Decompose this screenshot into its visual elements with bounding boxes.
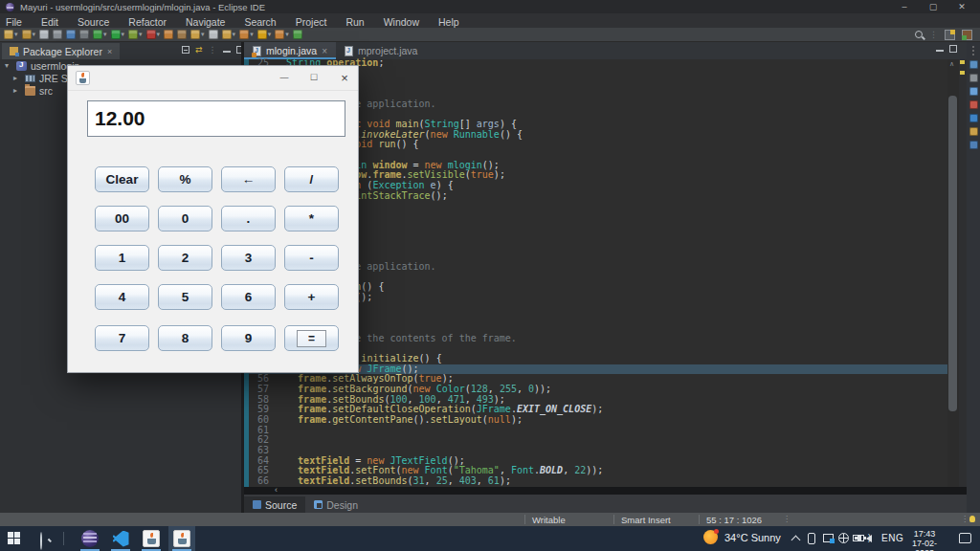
dropdown-caret-icon[interactable]: ▾ [33, 31, 36, 38]
calc-button-equals[interactable]: = [284, 325, 339, 351]
close-window-icon[interactable] [947, 2, 976, 11]
save-icon[interactable] [39, 30, 49, 39]
build-all-icon[interactable] [79, 30, 89, 39]
import-icon[interactable]: ▾ [222, 30, 236, 39]
occurrence-marker[interactable] [960, 71, 965, 75]
overview-ruler[interactable] [959, 59, 967, 487]
toolbar-overflow-icon[interactable]: ⋮ [929, 30, 938, 39]
dropdown-caret-icon[interactable]: ▾ [122, 31, 125, 38]
dropdown-caret-icon[interactable]: ▾ [268, 31, 272, 38]
calc-button-three[interactable]: 3 [221, 245, 276, 271]
menu-source[interactable]: Source [78, 16, 109, 28]
open-perspective-icon[interactable] [945, 30, 955, 40]
chevron-right-icon[interactable]: ▸ [13, 86, 21, 95]
scrollbar-thumb[interactable] [948, 96, 957, 411]
java-perspective-icon[interactable] [962, 30, 972, 40]
calc-button-minus[interactable]: - [284, 245, 339, 271]
vertical-scrollbar[interactable]: ∧ [947, 59, 959, 487]
taskbar-app-vscode[interactable] [107, 526, 134, 551]
language-indicator[interactable]: ENG [881, 533, 903, 543]
chevron-down-icon[interactable]: ▾ [5, 61, 12, 70]
calc-button-seven[interactable]: 7 [95, 325, 149, 351]
taskbar-app-java-app-2[interactable] [168, 526, 195, 551]
menu-project[interactable]: Project [296, 16, 327, 28]
calc-button-one[interactable]: 1 [95, 245, 149, 271]
export-icon[interactable]: ▾ [239, 30, 254, 39]
dropdown-caret-icon[interactable]: ▾ [139, 31, 143, 38]
new-wizard-icon[interactable]: ▾ [4, 30, 18, 39]
calc-button-two[interactable]: 2 [158, 245, 212, 271]
calc-button-decimal[interactable]: . [221, 206, 276, 231]
tab-source[interactable]: Source [244, 496, 305, 513]
dropdown-caret-icon[interactable]: ▾ [157, 31, 161, 38]
collapse-all-icon[interactable] [182, 46, 189, 54]
debug-icon[interactable]: ▾ [93, 30, 107, 39]
status-overflow-icon[interactable]: ⋮ [961, 515, 969, 523]
calc-button-percent[interactable]: % [158, 166, 212, 192]
calculator-titlebar[interactable] [68, 66, 358, 91]
notification-center-icon[interactable] [959, 533, 971, 543]
maximize-editor-icon[interactable] [949, 45, 957, 53]
new-java-class-icon[interactable] [164, 30, 173, 39]
clock[interactable]: 17:43 17-02-2023 [903, 529, 946, 551]
minimized-view-icon-1[interactable] [969, 60, 978, 69]
link-with-editor-icon[interactable]: ⇄ [195, 45, 203, 55]
calc-maximize-icon[interactable] [306, 71, 322, 82]
status-overflow-icon[interactable]: ⋮ [783, 515, 791, 523]
last-edit-location-icon[interactable] [293, 30, 302, 39]
close-view-icon[interactable]: × [107, 47, 112, 56]
calc-minimize-icon[interactable] [277, 71, 292, 82]
search-icon[interactable] [915, 31, 923, 38]
minimize-editor-icon[interactable] [936, 50, 944, 52]
horizontal-scrollbar[interactable] [244, 487, 967, 495]
print-icon[interactable] [66, 30, 76, 39]
save-all-icon[interactable] [53, 30, 62, 39]
dropdown-caret-icon[interactable]: ▾ [250, 31, 254, 38]
open-task-icon[interactable]: ▾ [190, 30, 205, 39]
menu-refactor[interactable]: Refactor [128, 16, 167, 28]
calc-button-divide[interactable]: / [284, 166, 339, 192]
calc-button-plus[interactable]: + [284, 284, 339, 310]
dropdown-caret-icon[interactable]: ▾ [103, 31, 107, 38]
start-button[interactable] [8, 532, 20, 544]
minimized-view-icon-5[interactable] [969, 114, 978, 122]
calc-button-eight[interactable]: 8 [158, 325, 212, 351]
menu-run[interactable]: Run [345, 16, 364, 28]
network-icon[interactable] [838, 533, 849, 543]
dropdown-caret-icon[interactable]: ▾ [201, 31, 205, 38]
menu-search[interactable]: Search [244, 16, 276, 28]
menu-window[interactable]: Window [384, 16, 419, 28]
menu-help[interactable]: Help [438, 16, 459, 28]
calc-button-six[interactable]: 6 [221, 284, 276, 310]
rail-handle-icon[interactable] [972, 46, 974, 48]
taskbar-app-eclipse[interactable] [77, 526, 103, 551]
calc-button-clear[interactable]: Clear [95, 166, 149, 192]
calc-button-five[interactable]: 5 [158, 284, 212, 310]
taskbar-app-java-app-1[interactable] [138, 526, 165, 551]
minimize-view-icon[interactable] [223, 51, 231, 53]
chevron-right-icon[interactable]: ▸ [13, 74, 21, 82]
minimized-view-icon-4[interactable] [969, 100, 978, 109]
volume-icon[interactable] [866, 535, 872, 542]
new-java-package-icon[interactable] [177, 30, 187, 39]
profile-icon[interactable]: ▾ [146, 30, 161, 39]
menu-file[interactable]: File [6, 16, 22, 28]
coverage-icon[interactable]: ▾ [128, 30, 143, 39]
run-icon[interactable]: ▾ [111, 30, 125, 39]
calculator-display[interactable]: 12.00 [87, 100, 345, 137]
forward-icon[interactable]: ▾ [275, 30, 289, 39]
weather-widget[interactable]: 34°C Sunny [703, 530, 781, 544]
menu-navigate[interactable]: Navigate [186, 16, 225, 28]
taskbar-search-icon[interactable] [40, 533, 42, 550]
close-tab-icon[interactable]: × [322, 46, 327, 56]
calc-button-zero[interactable]: 0 [158, 206, 212, 231]
calc-close-icon[interactable] [337, 71, 352, 85]
your-phone-icon[interactable] [823, 534, 834, 542]
notification-bulb-icon[interactable] [969, 516, 975, 522]
minimized-view-icon-6[interactable] [969, 127, 978, 136]
calc-button-four[interactable]: 4 [95, 284, 149, 310]
maximize-window-icon[interactable] [919, 2, 947, 11]
dropdown-caret-icon[interactable]: ▾ [285, 31, 289, 38]
calc-button-double-zero[interactable]: 00 [95, 206, 149, 231]
minimized-view-icon-2[interactable] [969, 74, 978, 82]
